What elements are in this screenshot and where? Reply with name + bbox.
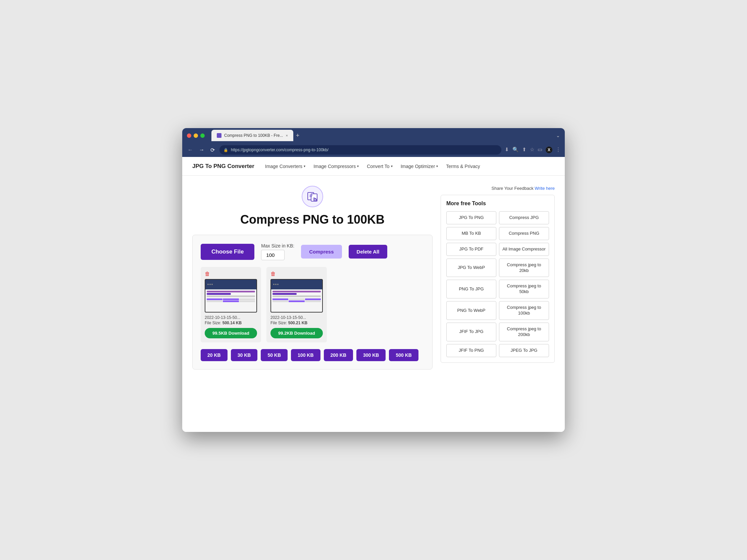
download-button[interactable]: 99.2KB Download: [271, 328, 323, 338]
search-icon[interactable]: 🔍: [512, 146, 519, 153]
delete-icon[interactable]: 🗑: [271, 271, 276, 277]
tool-mb-to-kb[interactable]: MB To KB: [446, 227, 496, 240]
preset-500kb[interactable]: 500 KB: [389, 349, 418, 361]
page-content: JPG To PNG Converter Image Converters ▾ …: [182, 157, 565, 432]
download-label: Download: [294, 331, 315, 336]
tool-compress-jpeg-20kb[interactable]: Compress jpeg to 20kb: [499, 259, 549, 277]
site-logo[interactable]: JPG To PNG Converter: [192, 163, 254, 170]
compress-button[interactable]: Compress: [301, 245, 342, 259]
maximize-window-button[interactable]: [200, 133, 205, 138]
browser-toolbar: ← → ⟳ 🔒 https://jpgtopngconverter.com/co…: [182, 143, 565, 157]
filesize-value: 500.14 KB: [223, 321, 241, 325]
card-filesize: File Size: 500.21 KB: [271, 321, 323, 325]
browser-titlebar: Compress PNG to 100KB - Fre... × + ⌄: [182, 128, 565, 143]
nav-image-optimizer[interactable]: Image Optimizer ▾: [401, 164, 438, 169]
tab-close-button[interactable]: ×: [286, 133, 288, 137]
max-size-label: Max Size in KB:: [261, 243, 294, 248]
preset-50kb[interactable]: 50 KB: [261, 349, 288, 361]
card-thumbnail: [271, 279, 323, 313]
tool-jfif-to-jpg[interactable]: JFIF To JPG: [446, 323, 496, 341]
tool-jpg-to-png[interactable]: JPG To PNG: [446, 211, 496, 224]
thumb-row: [273, 293, 297, 295]
preset-200kb[interactable]: 200 KB: [324, 349, 353, 361]
tab-title: Compress PNG to 100KB - Fre...: [224, 133, 283, 138]
thumb-dot: [209, 284, 211, 285]
bookmark-icon[interactable]: ☆: [530, 146, 534, 153]
max-size-input[interactable]: [261, 250, 285, 260]
preset-100kb[interactable]: 100 KB: [291, 349, 320, 361]
share-icon[interactable]: ⬆: [522, 146, 526, 153]
tool-compress-jpeg-100kb[interactable]: Compress jpeg to 100kb: [499, 301, 549, 320]
minimize-window-button[interactable]: [194, 133, 198, 138]
card-delete-area: 🗑: [205, 271, 257, 277]
forward-button[interactable]: →: [198, 145, 206, 154]
thumb-cell: [305, 300, 321, 302]
reload-button[interactable]: ⟳: [209, 145, 216, 155]
nav-image-converters-label: Image Converters: [265, 164, 302, 169]
thumb-cell: [207, 300, 223, 302]
download-icon[interactable]: ⬇: [505, 146, 509, 153]
choose-file-button[interactable]: Choose File: [201, 244, 254, 260]
tool-png-to-webp[interactable]: PNG To WebP: [446, 301, 496, 320]
sidebar-toggle-icon[interactable]: ▭: [538, 146, 542, 153]
thumb-dot: [277, 284, 279, 285]
thumb-cell: [223, 300, 239, 302]
filesize-value: 500.21 KB: [288, 321, 307, 325]
traffic-lights: [187, 133, 205, 138]
nav-convert-to-label: Convert To: [367, 164, 389, 169]
nav-terms-privacy[interactable]: Terms & Privacy: [446, 164, 480, 169]
thumb-cell: [239, 300, 255, 302]
filesize-label: File Size:: [205, 321, 221, 325]
tool-compress-png[interactable]: Compress PNG: [499, 227, 549, 240]
close-window-button[interactable]: [187, 133, 191, 138]
tool-png-to-jpg[interactable]: PNG To JPG: [446, 280, 496, 298]
tool-compress-jpeg-50kb[interactable]: Compress jpeg to 50kb: [499, 280, 549, 298]
feedback-link[interactable]: Write here: [535, 186, 555, 191]
max-size-group: Max Size in KB:: [261, 243, 294, 260]
download-size: 99.5KB: [212, 331, 227, 336]
address-bar[interactable]: 🔒 https://jpgtopngconverter.com/compress…: [220, 145, 501, 155]
preset-300kb[interactable]: 300 KB: [356, 349, 386, 361]
download-button[interactable]: 99.5KB Download: [205, 328, 257, 338]
preset-20kb[interactable]: 20 KB: [201, 349, 228, 361]
menu-icon[interactable]: ⋮: [556, 146, 561, 153]
tool-compress-jpg[interactable]: Compress JPG: [499, 211, 549, 224]
thumb-cell: [289, 298, 304, 300]
tool-jpg-to-webp[interactable]: JPG To WebP: [446, 259, 496, 277]
card-thumbnail: [205, 279, 257, 313]
back-button[interactable]: ←: [186, 145, 194, 154]
nav-terms-privacy-label: Terms & Privacy: [446, 164, 480, 169]
tool-jpg-to-pdf[interactable]: JPG To PDF: [446, 243, 496, 256]
thumb-cell: [273, 298, 288, 300]
tool-compress-jpeg-200kb[interactable]: Compress jpeg to 200kb: [499, 323, 549, 341]
new-tab-button[interactable]: +: [296, 132, 300, 139]
hero-icon-container: [302, 186, 323, 207]
hero-section: Compress PNG to 100KB: [192, 186, 433, 227]
nav-image-optimizer-label: Image Optimizer: [401, 164, 435, 169]
site-navigation: JPG To PNG Converter Image Converters ▾ …: [182, 157, 565, 176]
thumb-cell: [305, 298, 321, 300]
tool-all-image-compressor[interactable]: All Image Compressor: [499, 243, 549, 256]
card-filesize: File Size: 500.14 KB: [205, 321, 257, 325]
tool-jpeg-to-jpg[interactable]: JPEG To JPG: [499, 344, 549, 357]
expand-tabs-button[interactable]: ⌄: [556, 133, 560, 138]
main-content: Compress PNG to 100KB Choose File Max Si…: [182, 176, 565, 380]
filesize-label: File Size:: [271, 321, 287, 325]
chevron-down-icon: ▾: [357, 164, 359, 168]
delete-icon[interactable]: 🗑: [205, 271, 210, 277]
nav-image-converters[interactable]: Image Converters ▾: [265, 164, 305, 169]
delete-all-button[interactable]: Delete All: [349, 245, 388, 259]
card-filename: 2022-10-13-15-50...: [205, 315, 257, 320]
profile-button[interactable]: X: [546, 146, 552, 153]
page-title: Compress PNG to 100KB: [192, 213, 433, 227]
preset-30kb[interactable]: 30 KB: [231, 349, 258, 361]
left-panel: Compress PNG to 100KB Choose File Max Si…: [192, 186, 433, 370]
nav-convert-to[interactable]: Convert To ▾: [367, 164, 392, 169]
thumb-row: [273, 291, 321, 292]
nav-links: Image Converters ▾ Image Compressors ▾ C…: [265, 164, 480, 169]
active-tab[interactable]: Compress PNG to 100KB - Fre... ×: [211, 130, 293, 141]
tab-bar: Compress PNG to 100KB - Fre... × + ⌄: [211, 130, 560, 141]
nav-image-compressors[interactable]: Image Compressors ▾: [313, 164, 359, 169]
tab-favicon: [217, 133, 222, 138]
tool-jfif-to-png[interactable]: JFIF To PNG: [446, 344, 496, 357]
